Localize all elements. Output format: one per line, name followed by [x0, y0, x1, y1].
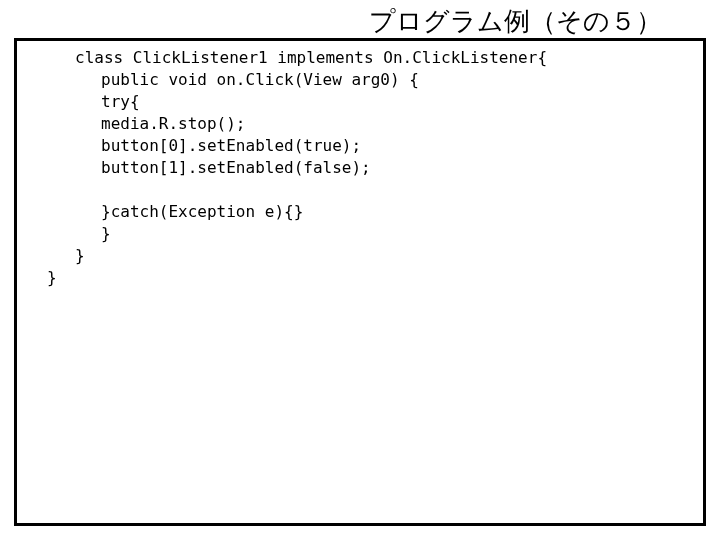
code-line: class ClickListener1 implements On.Click…	[25, 47, 695, 69]
code-line: try{	[25, 91, 695, 113]
code-line: }	[25, 267, 695, 289]
code-line: button[0].setEnabled(true);	[25, 135, 695, 157]
code-line: }catch(Exception e){}	[25, 201, 695, 223]
code-line: public void on.Click(View arg0) {	[25, 69, 695, 91]
slide-title: プログラム例（その５）	[369, 4, 662, 39]
code-line: }	[25, 245, 695, 267]
blank-line	[25, 179, 695, 201]
code-line: media.R.stop();	[25, 113, 695, 135]
code-line: button[1].setEnabled(false);	[25, 157, 695, 179]
code-container: class ClickListener1 implements On.Click…	[14, 38, 706, 526]
code-line: }	[25, 223, 695, 245]
